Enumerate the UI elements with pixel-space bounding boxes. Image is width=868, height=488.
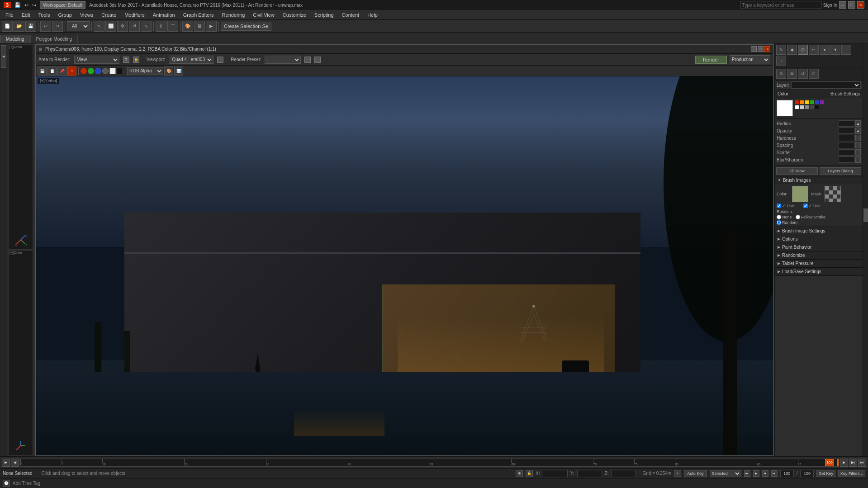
right-scrollbar[interactable] — [863, 43, 868, 456]
maximize-btn[interactable]: □ — [848, 1, 855, 9]
area-to-render-select[interactable]: View Selected Region Blowup — [74, 56, 119, 64]
mini-play-btn[interactable]: ▶ — [753, 470, 759, 477]
menu-views[interactable]: Views — [76, 11, 97, 19]
search-input[interactable] — [740, 1, 821, 9]
color-circle-alpha[interactable] — [102, 68, 109, 74]
menu-tools[interactable]: Tools — [35, 11, 54, 19]
mirror-btn[interactable]: ⊣⊢ — [156, 21, 166, 32]
rotate-btn[interactable]: ↺ — [129, 21, 140, 32]
rtool-select-geom[interactable]: ◆ — [787, 45, 797, 55]
paint-behavior-header[interactable]: ▶ Paint Behavior — [775, 243, 863, 251]
menu-group[interactable]: Group — [54, 11, 76, 19]
go-end-btn[interactable]: ⏭ — [858, 459, 866, 467]
rotation-none-radio[interactable] — [777, 215, 781, 219]
y-coord-input[interactable] — [577, 470, 602, 477]
rtool-6[interactable]: ▼ — [830, 45, 840, 55]
rtool-paint[interactable]: ✎ — [776, 45, 786, 55]
rtool-10[interactable]: ⊗ — [787, 69, 797, 79]
radius-input[interactable]: 61 — [839, 120, 854, 127]
frame-input[interactable] — [780, 470, 794, 477]
rtool-8[interactable]: ↕ — [776, 56, 786, 66]
menu-animation[interactable]: Animation — [149, 11, 179, 19]
swatch-orange[interactable] — [800, 100, 804, 104]
render-button[interactable]: Render — [695, 56, 727, 64]
workspace-dropdown[interactable]: Workspace: Default — [40, 1, 85, 9]
render-tool-1[interactable]: 💾 — [38, 66, 47, 76]
rtool-4[interactable]: ↩ — [809, 45, 819, 55]
rtool-5[interactable]: ● — [820, 45, 830, 55]
render-tool-4[interactable]: ✕ — [67, 66, 76, 76]
render-preset-select[interactable] — [265, 56, 301, 64]
swatch-midgray[interactable] — [805, 105, 809, 109]
menu-content[interactable]: Content — [338, 11, 363, 19]
viewport-lock-btn[interactable] — [217, 57, 223, 63]
production-select[interactable]: Production ActiveShade — [730, 55, 770, 64]
render-image-area[interactable]: [+][Ortho] — [36, 76, 773, 455]
rotation-random-radio[interactable] — [777, 220, 781, 225]
options-header[interactable]: ▶ Options — [775, 235, 863, 243]
layers-dialog-btn[interactable]: Layers Dialog — [820, 167, 861, 175]
go-start-btn[interactable]: ⏮ — [2, 459, 10, 467]
set-key-btn[interactable]: Set Key — [816, 470, 835, 477]
timeline[interactable]: 0 5 10 20 30 40 50 60 70 75 80 90 95 — [20, 459, 839, 467]
randomize-header[interactable]: ▶ Randomize — [775, 251, 863, 260]
grid-add-btn[interactable]: + — [674, 470, 681, 477]
selected-dropdown[interactable]: Selected All — [710, 470, 741, 477]
render-setup-btn[interactable]: 🖥 — [194, 21, 205, 32]
swatch-dkgray[interactable] — [810, 105, 814, 109]
swatch-white[interactable] — [795, 105, 799, 109]
move-btn[interactable]: ✥ — [117, 21, 128, 32]
rtool-12[interactable]: □ — [809, 69, 819, 79]
coord-btn-1[interactable]: ⊕ — [516, 470, 523, 477]
redo-btn[interactable]: ↪ — [52, 21, 63, 32]
blur-spinner[interactable] — [855, 156, 861, 163]
brush-mask-swatch[interactable] — [825, 186, 841, 202]
minimize-btn[interactable]: ─ — [839, 1, 846, 9]
opacity-spinner[interactable]: ▲ — [855, 128, 861, 134]
frame-end-input[interactable] — [800, 470, 814, 477]
rotation-follow-radio[interactable] — [796, 215, 800, 219]
color-circle-green[interactable] — [88, 68, 94, 74]
material-editor-btn[interactable]: 🎨 — [182, 21, 193, 32]
spacing-spinner[interactable] — [855, 142, 861, 148]
render-tool-3[interactable]: 📌 — [57, 66, 66, 76]
timeline-cursor[interactable] — [837, 459, 839, 466]
rotation-none-label[interactable]: None — [777, 215, 792, 219]
z-coord-input[interactable] — [611, 470, 636, 477]
tab-polygon-modeling[interactable]: Polygon Modeling — [30, 35, 78, 43]
undo-btn[interactable]: ↩ — [40, 21, 51, 32]
swatch-green[interactable] — [810, 100, 814, 104]
coord-btn-2[interactable]: 🔒 — [526, 470, 533, 477]
rtool-11[interactable]: ↺ — [798, 69, 808, 79]
scrollbar-thumb[interactable] — [863, 208, 868, 222]
rtool-active[interactable]: ⬡ — [798, 45, 808, 55]
color-use-checkbox[interactable] — [777, 204, 781, 208]
mask-use-checkbox[interactable] — [803, 204, 808, 208]
swatch-red[interactable] — [795, 100, 799, 104]
save-btn[interactable]: 💾 — [25, 21, 36, 32]
sidebar-panel-toggle[interactable]: ◀ — [1, 45, 6, 68]
create-selection-btn[interactable]: Create Selection Se — [221, 22, 271, 31]
color-circle-blue[interactable] — [95, 68, 101, 74]
opacity-input[interactable]: 81 — [839, 128, 854, 134]
close-btn[interactable]: ✕ — [857, 1, 864, 9]
viewport-bottom-left[interactable]: [+][Ortho — [8, 250, 33, 455]
swatch-black[interactable] — [815, 105, 819, 109]
swatch-blue[interactable] — [815, 100, 819, 104]
tab-modeling[interactable]: Modeling — [0, 35, 30, 43]
menu-create[interactable]: Create — [98, 11, 120, 19]
open-btn[interactable]: 📂 — [14, 21, 24, 32]
x-coord-input[interactable] — [543, 470, 568, 477]
menu-graph-editors[interactable]: Graph Editors — [180, 11, 218, 19]
select-region-btn[interactable]: ⬜ — [105, 21, 116, 32]
viewport-top-left[interactable]: [+][Ortho Z X Y — [8, 44, 33, 250]
render-preset-save-btn[interactable] — [314, 57, 321, 63]
menu-help[interactable]: Help — [364, 11, 381, 19]
brush-color-swatch[interactable] — [792, 186, 808, 202]
swatch-purple[interactable] — [820, 100, 824, 104]
menu-file[interactable]: File — [2, 11, 17, 19]
time-tag-btn[interactable]: 🕐 — [3, 480, 10, 487]
play-btn[interactable]: ▶ — [840, 459, 848, 467]
mini-stop-btn[interactable]: ■ — [762, 470, 768, 477]
select-btn[interactable]: ↖ — [94, 21, 104, 32]
